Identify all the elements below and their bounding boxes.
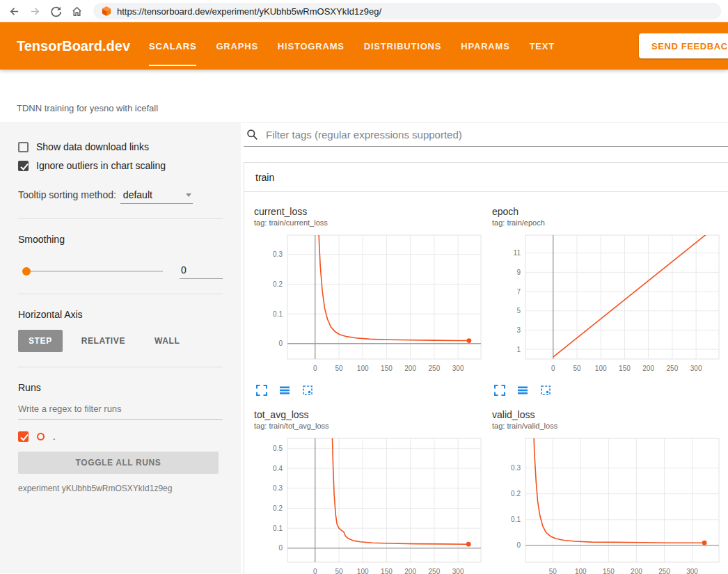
experiment-header: TDNN training for yesno with icefall bbox=[0, 70, 728, 123]
chart-title: valid_loss bbox=[492, 409, 728, 420]
svg-text:150: 150 bbox=[381, 365, 393, 372]
svg-text:100: 100 bbox=[357, 568, 369, 574]
svg-text:300: 300 bbox=[452, 365, 464, 372]
show-download-links-checkbox[interactable] bbox=[18, 142, 29, 152]
chart-card-current-loss: current_loss tag: train/current_loss 00.… bbox=[254, 206, 492, 398]
smoothing-row: 0 bbox=[18, 263, 223, 279]
smoothing-slider[interactable] bbox=[24, 271, 163, 272]
svg-text:9: 9 bbox=[516, 269, 521, 276]
chart-plot[interactable]: 00.10.20.30.40.5050100150200250300 bbox=[254, 435, 484, 574]
svg-text:0.1: 0.1 bbox=[511, 516, 521, 523]
ignore-outliers-checkbox[interactable] bbox=[18, 161, 29, 171]
svg-text:0.2: 0.2 bbox=[273, 504, 283, 512]
app-header: TensorBoard.dev SCALARS GRAPHS HISTOGRAM… bbox=[0, 22, 728, 70]
view-runs-icon[interactable] bbox=[516, 384, 530, 398]
chart-card-valid-loss: valid_loss tag: train/valid_loss 00.10.2… bbox=[492, 409, 728, 574]
svg-text:200: 200 bbox=[404, 568, 416, 574]
chart-tag: tag: train/current_loss bbox=[254, 218, 492, 227]
tab-scalars[interactable]: SCALARS bbox=[139, 22, 206, 70]
chart-title: tot_avg_loss bbox=[254, 409, 492, 420]
chart-plot[interactable]: 1357911050100150200250300 bbox=[492, 232, 722, 379]
svg-text:0: 0 bbox=[278, 340, 283, 347]
chart-title: current_loss bbox=[254, 206, 492, 217]
tag-filter-input[interactable] bbox=[264, 123, 728, 146]
chart-plot[interactable]: 00.10.20.3050100150200250300 bbox=[254, 232, 484, 379]
fit-domain-icon[interactable] bbox=[301, 384, 315, 398]
home-icon[interactable] bbox=[67, 1, 86, 21]
brand-title: TensorBoard.dev bbox=[0, 22, 139, 70]
scalars-main: train current_loss tag: train/current_lo… bbox=[241, 123, 728, 573]
fit-domain-icon[interactable] bbox=[539, 384, 553, 398]
svg-text:150: 150 bbox=[603, 568, 615, 574]
chart-card-tot-avg-loss: tot_avg_loss tag: train/tot_avg_loss 00.… bbox=[254, 409, 492, 574]
tooltip-sorting-select[interactable]: default bbox=[120, 188, 193, 204]
train-group-header[interactable]: train bbox=[244, 163, 728, 192]
run-color-swatch-icon bbox=[37, 433, 45, 440]
train-group-card: train current_loss tag: train/current_lo… bbox=[244, 162, 728, 574]
svg-text:5: 5 bbox=[516, 307, 521, 314]
chart-toolbar bbox=[492, 379, 728, 398]
svg-text:100: 100 bbox=[595, 365, 607, 372]
forward-icon[interactable] bbox=[25, 1, 45, 21]
view-runs-icon[interactable] bbox=[278, 384, 292, 398]
svg-text:150: 150 bbox=[381, 568, 393, 574]
svg-text:100: 100 bbox=[575, 568, 587, 574]
browser-toolbar: https://tensorboard.dev/experiment/yKUbh… bbox=[0, 0, 728, 22]
chart-plot[interactable]: 00.10.20.350100150200250300 bbox=[492, 435, 722, 574]
axis-wall-button[interactable]: WALL bbox=[144, 330, 190, 352]
send-feedback-button[interactable]: SEND FEEDBACK bbox=[639, 33, 728, 58]
svg-text:250: 250 bbox=[667, 365, 679, 372]
runs-label: Runs bbox=[18, 382, 223, 393]
axis-relative-button[interactable]: RELATIVE bbox=[71, 330, 136, 352]
run-checkbox[interactable] bbox=[18, 431, 29, 442]
svg-text:0.3: 0.3 bbox=[273, 484, 283, 492]
svg-text:200: 200 bbox=[631, 568, 642, 574]
expand-chart-icon[interactable] bbox=[255, 384, 269, 398]
slider-thumb[interactable] bbox=[22, 267, 31, 276]
svg-text:150: 150 bbox=[619, 365, 631, 372]
tab-graphs[interactable]: GRAPHS bbox=[206, 22, 267, 70]
tag-filter-row bbox=[244, 123, 728, 147]
show-download-links-row[interactable]: Show data download links bbox=[18, 141, 223, 152]
svg-text:300: 300 bbox=[690, 365, 702, 372]
reload-icon[interactable] bbox=[46, 1, 65, 21]
expand-chart-icon[interactable] bbox=[493, 384, 507, 398]
smoothing-label: Smoothing bbox=[18, 234, 223, 245]
tooltip-sorting-value: default bbox=[123, 189, 152, 200]
horizontal-axis-label: Horizontal Axis bbox=[18, 309, 223, 320]
runs-filter-input[interactable] bbox=[18, 399, 223, 420]
svg-text:0: 0 bbox=[516, 541, 521, 549]
svg-text:0: 0 bbox=[278, 544, 283, 552]
address-bar[interactable]: https://tensorboard.dev/experiment/yKUbh… bbox=[93, 3, 721, 19]
axis-step-button[interactable]: STEP bbox=[18, 330, 63, 352]
show-download-links-label: Show data download links bbox=[36, 141, 149, 152]
svg-text:0: 0 bbox=[313, 365, 317, 372]
run-row[interactable]: . bbox=[18, 431, 223, 442]
smoothing-value[interactable]: 0 bbox=[180, 263, 223, 279]
tab-histograms[interactable]: HISTOGRAMS bbox=[268, 22, 354, 70]
settings-sidebar: Show data download links Ignore outliers… bbox=[0, 123, 241, 573]
svg-text:0.1: 0.1 bbox=[273, 310, 283, 318]
svg-text:0.1: 0.1 bbox=[273, 525, 283, 532]
horizontal-axis-buttons: STEP RELATIVE WALL bbox=[18, 330, 223, 352]
svg-text:11: 11 bbox=[514, 249, 521, 257]
back-icon[interactable] bbox=[4, 1, 24, 21]
svg-text:250: 250 bbox=[429, 365, 441, 372]
chart-tag: tag: train/epoch bbox=[492, 218, 728, 227]
svg-text:0.3: 0.3 bbox=[511, 464, 521, 472]
toggle-all-runs-button[interactable]: TOGGLE ALL RUNS bbox=[18, 452, 219, 474]
tab-hparams[interactable]: HPARAMS bbox=[451, 22, 519, 70]
svg-text:1: 1 bbox=[516, 346, 521, 353]
tab-text[interactable]: TEXT bbox=[520, 22, 564, 70]
svg-text:250: 250 bbox=[658, 568, 670, 574]
url-text[interactable]: https://tensorboard.dev/experiment/yKUbh… bbox=[117, 6, 381, 17]
tab-distributions[interactable]: DISTRIBUTIONS bbox=[354, 22, 452, 70]
run-name: . bbox=[53, 431, 56, 442]
content: Show data download links Ignore outliers… bbox=[0, 123, 728, 573]
svg-text:200: 200 bbox=[404, 365, 416, 372]
svg-text:50: 50 bbox=[335, 365, 343, 372]
chart-card-epoch: epoch tag: train/epoch 13579110501001502… bbox=[492, 206, 728, 398]
svg-text:200: 200 bbox=[642, 365, 654, 372]
chart-tag: tag: train/tot_avg_loss bbox=[254, 422, 492, 430]
ignore-outliers-row[interactable]: Ignore outliers in chart scaling bbox=[18, 160, 223, 171]
